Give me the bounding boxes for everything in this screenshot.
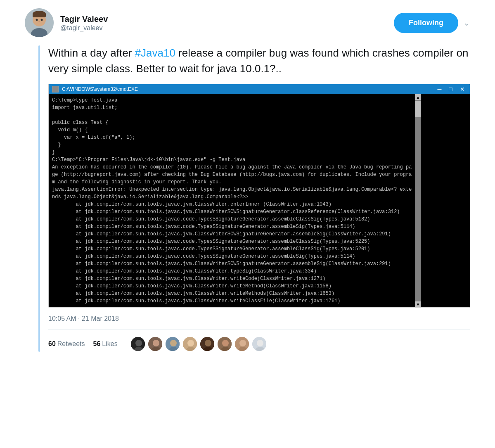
- follow-area: Following ⌄: [394, 13, 470, 33]
- tweet-text: Within a day after #Java10 release a com…: [48, 45, 470, 76]
- cmd-titlebar-left: C:\WINDOWS\system32\cmd.EXE: [52, 86, 138, 92]
- cmd-controls: ─ □ ✕: [436, 86, 467, 92]
- left-bar: [38, 45, 40, 352]
- tweet-text-before: Within a day after: [48, 47, 135, 59]
- user-handle: @tagir_valeev: [60, 24, 394, 32]
- tweet-header: Tagir Valeev @tagir_valeev Following ⌄: [25, 8, 470, 37]
- likes-stat: 56Likes: [93, 340, 118, 348]
- cmd-title: C:\WINDOWS\system32\cmd.EXE: [62, 86, 138, 92]
- svg-rect-4: [33, 13, 46, 17]
- tweet-body-wrapper: Within a day after #Java10 release a com…: [25, 45, 470, 352]
- like-avatar-2[interactable]: [147, 336, 163, 352]
- like-avatar-5[interactable]: [199, 336, 215, 352]
- svg-point-9: [135, 340, 142, 346]
- likes-label: Likes: [102, 340, 117, 347]
- svg-point-5: [36, 19, 38, 21]
- like-avatar-8[interactable]: [251, 336, 267, 352]
- likes-count: 56: [93, 340, 101, 347]
- tweet-hashtag[interactable]: #Java10: [135, 47, 175, 59]
- user-info: Tagir Valeev @tagir_valeev: [60, 14, 394, 32]
- tweet-timestamp: 10:05 AM · 21 Mar 2018: [48, 315, 470, 322]
- avatar[interactable]: [25, 8, 54, 37]
- cmd-titlebar: C:\WINDOWS\system32\cmd.EXE ─ □ ✕: [49, 84, 470, 94]
- like-avatar-7[interactable]: [234, 336, 250, 352]
- cmd-window: C:\WINDOWS\system32\cmd.EXE ─ □ ✕ C:\Tem…: [48, 84, 470, 308]
- close-button[interactable]: ✕: [458, 86, 467, 92]
- minimize-button[interactable]: ─: [436, 86, 443, 92]
- cmd-scrollbar-area: C:\Temp>type Test.java import java.util.…: [49, 94, 470, 307]
- cmd-icon: [52, 86, 59, 92]
- follow-button[interactable]: Following: [394, 13, 458, 33]
- svg-point-6: [41, 19, 43, 21]
- like-avatar-1[interactable]: [130, 336, 146, 352]
- svg-point-12: [153, 340, 159, 346]
- like-avatar-3[interactable]: [165, 336, 180, 352]
- maximize-button[interactable]: □: [448, 86, 454, 92]
- svg-point-18: [187, 340, 194, 346]
- scroll-down-button[interactable]: ▼: [415, 301, 421, 307]
- tweet-body: Within a day after #Java10 release a com…: [48, 45, 470, 352]
- svg-point-30: [257, 340, 263, 346]
- svg-point-24: [222, 340, 229, 346]
- retweets-count: 60: [48, 340, 56, 347]
- tweet-container: Tagir Valeev @tagir_valeev Following ⌄ W…: [0, 0, 495, 360]
- svg-point-15: [170, 340, 177, 346]
- scroll-up-button[interactable]: ▲: [415, 94, 421, 100]
- tweet-stats: 60Retweets 56Likes: [48, 336, 470, 352]
- svg-point-27: [239, 340, 246, 346]
- svg-point-7: [38, 21, 40, 22]
- cmd-body: C:\Temp>type Test.java import java.util.…: [49, 94, 415, 307]
- retweets-label: Retweets: [57, 340, 85, 347]
- user-name: Tagir Valeev: [60, 14, 394, 24]
- cmd-scrollbar[interactable]: ▲ ▼: [415, 94, 421, 307]
- stats-divider: [48, 329, 470, 329]
- scroll-thumb[interactable]: [415, 101, 421, 117]
- chevron-down-icon[interactable]: ⌄: [463, 18, 470, 28]
- like-avatar-6[interactable]: [217, 336, 232, 352]
- retweets-stat: 60Retweets: [48, 340, 85, 348]
- like-avatar-4[interactable]: [182, 336, 198, 352]
- likes-avatars: [130, 336, 267, 352]
- svg-point-21: [205, 340, 211, 346]
